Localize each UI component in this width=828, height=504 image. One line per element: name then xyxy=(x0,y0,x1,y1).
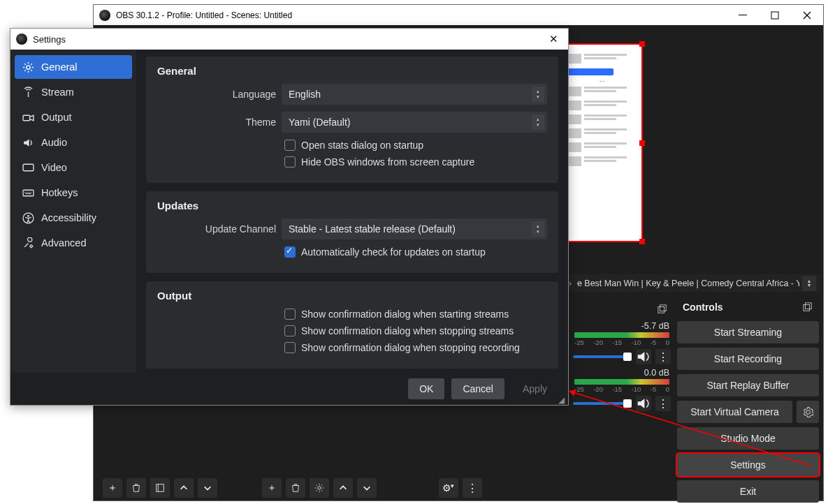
db-readout: -5.7 dB xyxy=(570,321,674,331)
nav-label: Accessibility xyxy=(41,212,96,223)
gear-icon xyxy=(22,61,34,73)
kebab-icon[interactable]: ⋮ xyxy=(463,478,482,498)
mixer-toolbar: ⚙▾ ⋮ xyxy=(439,478,482,498)
apply-button[interactable]: Apply xyxy=(511,378,558,399)
obs-titlebar: OBS 30.1.2 - Profile: Untitled - Scenes:… xyxy=(94,5,823,25)
ok-button[interactable]: OK xyxy=(408,378,444,399)
add-icon[interactable]: ＋ xyxy=(262,478,282,498)
obs-logo-icon xyxy=(99,10,110,21)
exit-button[interactable]: Exit xyxy=(677,480,819,503)
close-icon[interactable]: ✕ xyxy=(545,31,562,47)
svg-rect-12 xyxy=(23,190,34,196)
tools-icon xyxy=(22,237,34,249)
level-meter xyxy=(574,379,669,385)
svg-point-14 xyxy=(27,214,29,216)
start-streaming-button[interactable]: Start Streaming xyxy=(677,321,819,343)
checkbox-confirm-start-stream[interactable] xyxy=(284,309,296,320)
audio-channel-1: -5.7 dB -25-20-15-10-50 ⋮ xyxy=(569,319,675,366)
nav-item-accessibility[interactable]: Accessibility xyxy=(15,206,132,230)
checkbox-label: Show confirmation dialog when starting s… xyxy=(301,309,509,320)
popout-icon[interactable] xyxy=(802,302,813,313)
preview-selected-source[interactable]: ⋯ xyxy=(562,43,643,242)
filter-icon[interactable] xyxy=(150,478,170,498)
volume-slider[interactable] xyxy=(573,355,632,358)
svg-point-9 xyxy=(26,65,29,68)
speaker-icon[interactable] xyxy=(636,349,651,364)
kebab-icon[interactable]: ⋮ xyxy=(655,349,671,364)
update-channel-label: Update Channel xyxy=(157,223,276,235)
trash-icon[interactable] xyxy=(286,478,305,498)
checkbox-label: Show confirmation dialog when stopping s… xyxy=(301,325,514,336)
checkbox-label: Show confirmation dialog when stopping r… xyxy=(301,342,520,353)
virtual-camera-settings-button[interactable] xyxy=(797,401,819,423)
speaker-icon xyxy=(22,136,34,149)
start-virtual-camera-button[interactable]: Start Virtual Camera xyxy=(677,401,792,423)
checkbox-confirm-stop-stream[interactable] xyxy=(284,325,296,336)
resize-handle[interactable] xyxy=(639,239,645,244)
checkbox-hide-obs[interactable] xyxy=(284,156,296,168)
language-label: Language xyxy=(157,89,276,100)
gear-icon[interactable]: ⚙▾ xyxy=(439,478,458,498)
svg-rect-11 xyxy=(23,164,34,171)
keyboard-icon xyxy=(22,186,34,199)
nav-item-advanced[interactable]: Advanced xyxy=(15,231,132,255)
kebab-icon[interactable]: ⋮ xyxy=(655,396,671,411)
chevron-down-icon[interactable] xyxy=(357,478,377,498)
obs-window-title: OBS 30.1.2 - Profile: Untitled - Scenes:… xyxy=(116,10,727,20)
resize-grip-icon[interactable]: ◢ xyxy=(558,395,567,403)
close-button[interactable] xyxy=(791,5,823,25)
nav-label: Hotkeys xyxy=(41,187,78,198)
nav-label: Output xyxy=(41,112,72,123)
settings-titlebar: Settings ✕ xyxy=(10,29,568,50)
trash-icon[interactable] xyxy=(126,478,146,498)
nav-item-output[interactable]: Output xyxy=(15,105,132,129)
start-recording-button[interactable]: Start Recording xyxy=(677,348,819,370)
maximize-button[interactable] xyxy=(759,5,791,25)
checkbox-open-stats[interactable] xyxy=(284,140,296,151)
chevron-down-icon[interactable] xyxy=(198,478,217,498)
nav-item-video[interactable]: Video xyxy=(15,156,132,179)
controls-panel: Controls Start Streaming Start Recording… xyxy=(676,299,820,503)
cancel-button[interactable]: Cancel xyxy=(451,378,504,399)
accessibility-icon xyxy=(22,212,34,224)
popout-icon[interactable] xyxy=(657,304,668,315)
volume-slider[interactable] xyxy=(573,402,632,405)
level-meter xyxy=(574,332,669,338)
gear-icon[interactable] xyxy=(310,478,329,498)
sources-panel-row[interactable]: › e Best Man Win | Key & Peele | Comedy … xyxy=(562,274,820,292)
meter-ticks: -25-20-15-10-50 xyxy=(570,339,674,346)
minimize-button[interactable] xyxy=(727,5,759,25)
source-spinner[interactable] xyxy=(802,276,816,291)
language-select[interactable]: English xyxy=(282,84,547,105)
start-replay-buffer-button[interactable]: Start Replay Buffer xyxy=(677,374,819,396)
nav-item-audio[interactable]: Audio xyxy=(15,131,132,154)
nav-label: Advanced xyxy=(41,237,87,249)
output-section: Output Show confirmation dialog when sta… xyxy=(146,281,558,369)
theme-select[interactable]: Yami (Default) xyxy=(282,112,547,133)
nav-item-general[interactable]: General xyxy=(15,55,132,79)
resize-handle[interactable] xyxy=(639,41,645,47)
nav-item-stream[interactable]: Stream xyxy=(15,80,132,104)
chevron-up-icon[interactable] xyxy=(174,478,194,498)
resize-handle[interactable] xyxy=(639,140,645,146)
add-icon[interactable]: ＋ xyxy=(103,478,122,498)
camera-icon xyxy=(22,111,34,124)
nav-item-hotkeys[interactable]: Hotkeys xyxy=(15,181,132,205)
section-heading: General xyxy=(157,65,547,77)
checkbox-confirm-stop-record[interactable] xyxy=(284,342,296,353)
svg-rect-3 xyxy=(660,305,667,311)
nav-label: Stream xyxy=(41,87,74,98)
chevron-up-icon[interactable] xyxy=(333,478,353,498)
panel-title: Controls xyxy=(683,302,723,313)
studio-mode-button[interactable]: Studio Mode xyxy=(677,427,819,450)
meter-ticks: -25-20-15-10-50 xyxy=(570,385,674,393)
source-title: e Best Man Win | Key & Peele | Comedy Ce… xyxy=(577,279,799,288)
checkbox-auto-update[interactable] xyxy=(284,246,296,258)
svg-rect-2 xyxy=(658,307,664,313)
updates-section: Updates Update Channel Stable - Latest s… xyxy=(146,191,558,273)
update-channel-select[interactable]: Stable - Latest stable release (Default) xyxy=(282,218,547,239)
svg-rect-0 xyxy=(739,15,747,15)
settings-dialog: Settings ✕ General Stream Output Audio V… xyxy=(10,28,569,406)
speaker-icon[interactable] xyxy=(636,396,651,411)
settings-button[interactable]: Settings xyxy=(677,454,819,476)
